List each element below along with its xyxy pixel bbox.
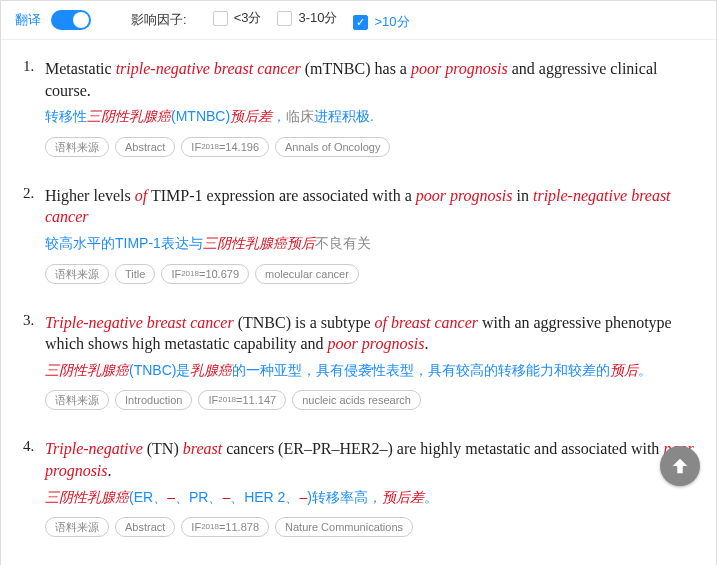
sentence-english: Triple-negative breast cancer (TNBC) is … [45,312,694,355]
item-number: 1. [23,58,45,157]
sentence-translation: 三阴性乳腺癌(ER、–、PR、–、HER 2、–)转移率高，预后差。 [45,488,694,508]
tag-source[interactable]: 语料来源 [45,137,109,157]
tag-impact-factor[interactable]: IF2018=11.878 [181,517,269,537]
impact-factor-label: 影响因子: [131,11,187,29]
checkbox-icon [213,11,228,26]
tag-source[interactable]: 语料来源 [45,390,109,410]
checkbox-icon: ✓ [353,15,368,30]
filter-option-1[interactable]: 3-10分 [277,9,337,27]
item-number: 4. [23,438,45,537]
tag-journal[interactable]: Annals of Oncology [275,137,390,157]
tag-source[interactable]: 语料来源 [45,517,109,537]
sentence-english: Triple-negative (TN) breast cancers (ER–… [45,438,694,481]
tag-source[interactable]: 语料来源 [45,264,109,284]
translate-label: 翻译 [15,11,41,29]
tag-journal[interactable]: molecular cancer [255,264,359,284]
filter-option-2[interactable]: ✓>10分 [353,13,409,31]
results-list: 1.Metastatic triple-negative breast canc… [1,40,716,565]
result-item: 2.Higher levels of TIMP-1 expression are… [23,185,694,284]
result-item: 4.Triple-negative (TN) breast cancers (E… [23,438,694,537]
filter-bar: 翻译 影响因子: <3分3-10分✓>10分 [1,1,716,40]
tag-section[interactable]: Title [115,264,155,284]
item-number: 3. [23,312,45,411]
tag-impact-factor[interactable]: IF2018=11.147 [198,390,286,410]
sentence-english: Higher levels of TIMP-1 expression are a… [45,185,694,228]
checkbox-icon [277,11,292,26]
tag-section[interactable]: Abstract [115,517,175,537]
scroll-to-top-button[interactable] [660,446,700,486]
tag-section[interactable]: Abstract [115,137,175,157]
tag-impact-factor[interactable]: IF2018=10.679 [161,264,249,284]
arrow-up-icon [669,455,691,477]
tag-journal[interactable]: nucleic acids research [292,390,421,410]
sentence-translation: 三阴性乳腺癌(TNBC)是乳腺癌的一种亚型，具有侵袭性表型，具有较高的转移能力和… [45,361,694,381]
tag-journal[interactable]: Nature Communications [275,517,413,537]
result-item: 3.Triple-negative breast cancer (TNBC) i… [23,312,694,411]
tag-row: 语料来源IntroductionIF2018=11.147nucleic aci… [45,390,694,410]
translate-toggle[interactable] [51,10,91,30]
filter-option-0[interactable]: <3分 [213,9,262,27]
tag-row: 语料来源AbstractIF2018=11.878Nature Communic… [45,517,694,537]
item-number: 2. [23,185,45,284]
sentence-english: Metastatic triple-negative breast cancer… [45,58,694,101]
result-item: 1.Metastatic triple-negative breast canc… [23,58,694,157]
filter-option-label: <3分 [234,9,262,27]
tag-section[interactable]: Introduction [115,390,192,410]
filter-option-label: >10分 [374,13,409,31]
tag-row: 语料来源AbstractIF2018=14.196Annals of Oncol… [45,137,694,157]
sentence-translation: 较高水平的TIMP-1表达与三阴性乳腺癌预后不良有关 [45,234,694,254]
tag-row: 语料来源TitleIF2018=10.679molecular cancer [45,264,694,284]
sentence-translation: 转移性三阴性乳腺癌(MTNBC)预后差，临床进程积极. [45,107,694,127]
filter-option-label: 3-10分 [298,9,337,27]
tag-impact-factor[interactable]: IF2018=14.196 [181,137,269,157]
